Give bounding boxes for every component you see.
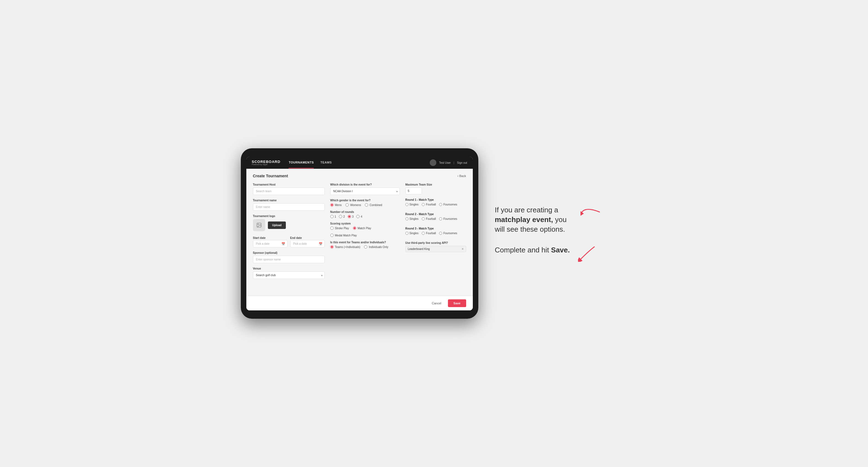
round3-fourball-option[interactable]: Fourball (422, 232, 436, 235)
annotation-bottom-paragraph: Complete and hit Save. (495, 245, 570, 255)
tournament-logo-group: Tournament logo Upload (253, 215, 325, 231)
end-date-group: End date 📅 (290, 235, 325, 247)
cancel-button[interactable]: Cancel (428, 299, 445, 307)
round-1-label: 1 (335, 215, 336, 218)
round1-singles-radio[interactable] (405, 203, 408, 206)
annotation-bottom: Complete and hit Save. (495, 245, 627, 262)
round2-match-type-section: Round 2 - Match Type Singles Fourball (405, 213, 466, 220)
gender-group: Which gender is the event for? Mens Wome… (330, 199, 400, 207)
nav-links: TOURNAMENTS TEAMS (288, 157, 422, 168)
round-2-radio[interactable] (339, 215, 342, 218)
round2-fourball-option[interactable]: Fourball (422, 217, 436, 220)
scoring-radio-group: Stroke Play Match Play Medal Match Play (330, 226, 400, 237)
round1-fourball-radio[interactable] (422, 203, 425, 206)
round1-foursomes-radio[interactable] (439, 203, 442, 206)
teams-individuals-option[interactable]: Individuals Only (364, 245, 388, 249)
round1-foursomes-label: Foursomes (443, 203, 457, 206)
nav-tournaments[interactable]: TOURNAMENTS (288, 157, 314, 168)
start-date-label: Start date (253, 237, 266, 240)
sponsor-label: Sponsor (optional) (253, 251, 325, 254)
round3-foursomes-radio[interactable] (439, 232, 442, 235)
round1-singles-option[interactable]: Singles (405, 203, 419, 206)
round3-singles-option[interactable]: Singles (405, 232, 419, 235)
round-4-radio[interactable] (356, 215, 360, 218)
gender-combined-label: Combined (370, 204, 382, 207)
rounds-group: Number of rounds 1 2 (330, 211, 400, 218)
round3-singles-radio[interactable] (405, 232, 408, 235)
dates-group: Start date 📅 End date (253, 235, 325, 247)
round1-match-type-title: Round 1 - Match Type (405, 198, 466, 201)
scoring-group: Scoring system Stroke Play Match Play (330, 222, 400, 237)
arrow-bottom-wrapper (578, 245, 600, 262)
round3-fourball-radio[interactable] (422, 232, 425, 235)
form-grid: Tournament Host Tournament name Tourname… (253, 183, 466, 279)
round2-singles-radio[interactable] (405, 217, 408, 220)
annotation-bottom-bold: Save. (551, 246, 570, 254)
tournament-name-input[interactable] (253, 203, 325, 211)
sponsor-input[interactable] (253, 256, 325, 263)
teams-individuals-radio[interactable] (364, 245, 367, 249)
scoring-medal-radio[interactable] (330, 234, 334, 237)
max-team-size-input[interactable] (405, 188, 422, 194)
round-3-radio[interactable] (348, 215, 351, 218)
save-button[interactable]: Save (448, 299, 466, 307)
round3-match-type-section: Round 3 - Match Type Singles Fourball (405, 227, 466, 235)
round2-foursomes-radio[interactable] (439, 217, 442, 220)
round2-fourball-radio[interactable] (422, 217, 425, 220)
round3-match-type-title: Round 3 - Match Type (405, 227, 466, 230)
third-party-group: Use third-party live scoring API? Leader… (405, 241, 466, 252)
upload-button[interactable]: Upload (268, 221, 286, 229)
gender-womens-radio[interactable] (345, 203, 349, 207)
scoring-match-radio[interactable] (353, 226, 356, 230)
venue-group: Venue Search golf club (253, 267, 325, 279)
navbar: SCOREBOARD Powered by clippit TOURNAMENT… (246, 157, 473, 169)
round-1-option[interactable]: 1 (330, 215, 336, 218)
scoring-medal-label: Medal Match Play (335, 234, 357, 237)
scoring-match-option[interactable]: Match Play (353, 226, 371, 230)
round2-foursomes-option[interactable]: Foursomes (439, 217, 457, 220)
round-2-option[interactable]: 2 (339, 215, 345, 218)
page-header: Create Tournament ‹ Back (253, 174, 466, 178)
scoring-medal-option[interactable]: Medal Match Play (330, 234, 357, 237)
teams-group: Is this event for Teams and/or Individua… (330, 241, 400, 249)
nav-separator: | (454, 161, 454, 164)
end-date-wrapper: 📅 (290, 240, 325, 247)
division-select[interactable]: NCAA Division I NCAA Division II NCAA Di… (330, 188, 400, 195)
api-tag-value: Leaderboard King (408, 247, 430, 250)
annotation-top-plain: If you are creating a (495, 206, 558, 214)
scoring-stroke-radio[interactable] (330, 226, 334, 230)
annotation-top-text: If you are creating a matchplay event, y… (495, 205, 572, 234)
venue-select[interactable]: Search golf club (253, 272, 325, 279)
nav-teams[interactable]: TEAMS (320, 157, 332, 168)
start-date-input[interactable] (253, 240, 287, 247)
teams-plus-radio[interactable] (330, 245, 334, 249)
gender-womens-option[interactable]: Womens (345, 203, 361, 207)
logo-text: SCOREBOARD (252, 160, 281, 163)
api-tag-remove-icon[interactable]: ✕ (462, 247, 464, 250)
annotation-bottom-text: Complete and hit Save. (495, 245, 570, 255)
annotation-top: If you are creating a matchplay event, y… (495, 205, 627, 234)
third-party-label: Use third-party live scoring API? (405, 241, 466, 244)
round2-singles-option[interactable]: Singles (405, 217, 419, 220)
rounds-label: Number of rounds (330, 211, 400, 214)
gender-mens-radio[interactable] (330, 203, 334, 207)
teams-plus-option[interactable]: Teams (+Individuals) (330, 245, 361, 249)
gender-mens-option[interactable]: Mens (330, 203, 342, 207)
sign-out-link[interactable]: Sign out (457, 161, 467, 164)
annotation-bottom-plain: Complete and hit (495, 246, 551, 254)
teams-individuals-label: Individuals Only (369, 246, 388, 249)
teams-plus-label: Teams (+Individuals) (335, 246, 361, 249)
gender-combined-radio[interactable] (365, 203, 368, 207)
end-date-input[interactable] (290, 240, 325, 247)
back-button[interactable]: ‹ Back (457, 174, 466, 178)
round1-foursomes-option[interactable]: Foursomes (439, 203, 457, 206)
round-1-radio[interactable] (330, 215, 334, 218)
tournament-host-input[interactable] (253, 188, 325, 195)
gender-combined-option[interactable]: Combined (365, 203, 382, 207)
round-3-option[interactable]: 3 (348, 215, 354, 218)
round1-fourball-option[interactable]: Fourball (422, 203, 436, 206)
scoring-stroke-option[interactable]: Stroke Play (330, 226, 349, 230)
round-2-label: 2 (343, 215, 345, 218)
round-4-option[interactable]: 4 (356, 215, 362, 218)
round3-foursomes-option[interactable]: Foursomes (439, 232, 457, 235)
